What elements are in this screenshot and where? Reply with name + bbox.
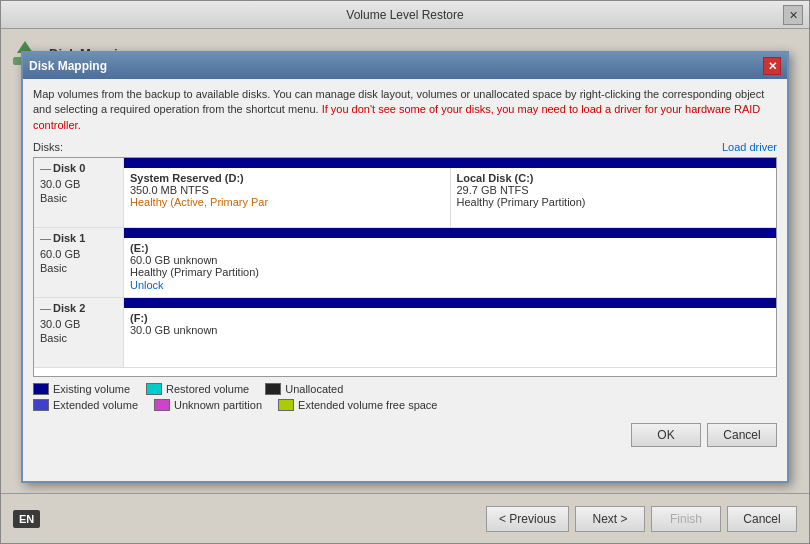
legend-freespace-color xyxy=(278,399,294,411)
disk-0-bar xyxy=(124,158,776,168)
legend-row-2: Extended volume Unknown partition Extend… xyxy=(33,399,777,411)
bottom-bar: EN < Previous Next > Finish Cancel xyxy=(1,493,809,543)
modal-body: Map volumes from the backup to available… xyxy=(23,79,787,455)
disk-1-partitions-row: (E:) 60.0 GB unknown Healthy (Primary Pa… xyxy=(124,238,776,297)
disk-2-partition-0[interactable]: (F:) 30.0 GB unknown xyxy=(124,308,776,367)
unlock-link[interactable]: Unlock xyxy=(130,279,164,291)
disk-2-partitions-row: (F:) 30.0 GB unknown xyxy=(124,308,776,367)
disk-1-type: Basic xyxy=(40,262,117,274)
cancel-button[interactable]: Cancel xyxy=(727,506,797,532)
disk-1-size: 60.0 GB xyxy=(40,248,117,260)
legend-extended: Extended volume xyxy=(33,399,138,411)
legend-area: Existing volume Restored volume Unalloca… xyxy=(33,383,777,415)
disk-1-partitions: (E:) 60.0 GB unknown Healthy (Primary Pa… xyxy=(124,228,776,297)
disk-0-partition-1[interactable]: Local Disk (C:) 29.7 GB NTFS Healthy (Pr… xyxy=(451,168,777,227)
disk-2-type: Basic xyxy=(40,332,117,344)
disk-1-partition-0[interactable]: (E:) 60.0 GB unknown Healthy (Primary Pa… xyxy=(124,238,776,297)
outer-titlebar: Volume Level Restore ✕ xyxy=(1,1,809,29)
disk-row: — Disk 2 30.0 GB Basic (F:) 30.0 GB unkn… xyxy=(34,298,776,368)
language-badge: EN xyxy=(13,510,40,528)
disks-header: Disks: Load driver xyxy=(33,141,777,153)
disk-2-partitions: (F:) 30.0 GB unknown xyxy=(124,298,776,367)
legend-unallocated: Unallocated xyxy=(265,383,343,395)
legend-unallocated-color xyxy=(265,383,281,395)
modal-titlebar: Disk Mapping ✕ xyxy=(23,53,787,79)
load-driver-link[interactable]: Load driver xyxy=(722,141,777,153)
ok-button[interactable]: OK xyxy=(631,423,701,447)
disk-row: — Disk 0 30.0 GB Basic System Reserved (… xyxy=(34,158,776,228)
previous-button[interactable]: < Previous xyxy=(486,506,569,532)
disks-label: Disks: xyxy=(33,141,63,153)
legend-extended-color xyxy=(33,399,49,411)
modal-title: Disk Mapping xyxy=(29,59,107,73)
disk-1-icon-row: — Disk 1 xyxy=(40,232,117,244)
legend-row-1: Existing volume Restored volume Unalloca… xyxy=(33,383,777,395)
outer-window: Volume Level Restore ✕ Disk Mapping Disk… xyxy=(0,0,810,544)
legend-restored: Restored volume xyxy=(146,383,249,395)
modal-description: Map volumes from the backup to available… xyxy=(33,87,777,133)
disk-2-size: 30.0 GB xyxy=(40,318,117,330)
next-button[interactable]: Next > xyxy=(575,506,645,532)
legend-restored-label: Restored volume xyxy=(166,383,249,395)
disk-0-info: — Disk 0 30.0 GB Basic xyxy=(34,158,124,227)
legend-unknown: Unknown partition xyxy=(154,399,262,411)
disk-0-size: 30.0 GB xyxy=(40,178,117,190)
finish-button[interactable]: Finish xyxy=(651,506,721,532)
modal-footer: OK Cancel xyxy=(33,423,777,447)
disk-1-info: — Disk 1 60.0 GB Basic xyxy=(34,228,124,297)
legend-unknown-color xyxy=(154,399,170,411)
disk-0-partition-0[interactable]: System Reserved (D:) 350.0 MB NTFS Healt… xyxy=(124,168,451,227)
disk-1-bar xyxy=(124,228,776,238)
disk-list[interactable]: — Disk 0 30.0 GB Basic System Reserved (… xyxy=(33,157,777,377)
disk-0-partitions-row: System Reserved (D:) 350.0 MB NTFS Healt… xyxy=(124,168,776,227)
legend-extended-label: Extended volume xyxy=(53,399,138,411)
disk-2-icon-row: — Disk 2 xyxy=(40,302,117,314)
legend-existing-label: Existing volume xyxy=(53,383,130,395)
modal-dialog: Disk Mapping ✕ Map volumes from the back… xyxy=(21,51,789,483)
disk-2-info: — Disk 2 30.0 GB Basic xyxy=(34,298,124,367)
disk-row: — Disk 1 60.0 GB Basic (E:) 60.0 GB unkn… xyxy=(34,228,776,298)
legend-freespace: Extended volume free space xyxy=(278,399,437,411)
modal-close-button[interactable]: ✕ xyxy=(763,57,781,75)
outer-close-button[interactable]: ✕ xyxy=(783,5,803,25)
disk-0-partitions: System Reserved (D:) 350.0 MB NTFS Healt… xyxy=(124,158,776,227)
legend-unallocated-label: Unallocated xyxy=(285,383,343,395)
disk-2-bar xyxy=(124,298,776,308)
nav-buttons: < Previous Next > Finish Cancel xyxy=(486,506,797,532)
disk-0-type: Basic xyxy=(40,192,117,204)
legend-restored-color xyxy=(146,383,162,395)
disk-0-icon-row: — Disk 0 xyxy=(40,162,117,174)
legend-freespace-label: Extended volume free space xyxy=(298,399,437,411)
disk-0-name: Disk 0 xyxy=(53,162,85,174)
disk-2-name: Disk 2 xyxy=(53,302,85,314)
disk-1-name: Disk 1 xyxy=(53,232,85,244)
legend-existing: Existing volume xyxy=(33,383,130,395)
cancel-modal-button[interactable]: Cancel xyxy=(707,423,777,447)
outer-title: Volume Level Restore xyxy=(346,8,463,22)
legend-existing-color xyxy=(33,383,49,395)
legend-unknown-label: Unknown partition xyxy=(174,399,262,411)
